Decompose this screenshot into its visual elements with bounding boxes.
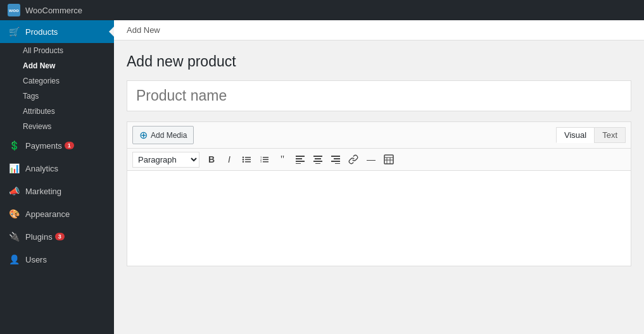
admin-bar-title: WooCommerce (25, 6, 82, 15)
sidebar-products-submenu: All Products Add New Categories Tags Att… (0, 43, 114, 134)
ordered-list-button[interactable]: 123 (256, 151, 273, 168)
editor-format-bar: ParagraphHeading 1Heading 2Heading 3Pref… (127, 149, 631, 171)
marketing-icon: 📣 (8, 185, 20, 197)
sidebar-item-payments[interactable]: 💲 Payments 1 (0, 134, 114, 157)
svg-point-5 (243, 161, 244, 163)
payments-icon: 💲 (8, 139, 20, 152)
tab-text[interactable]: Text (594, 127, 626, 143)
svg-rect-8 (263, 161, 268, 163)
sidebar-label-products: Products (25, 27, 58, 37)
svg-rect-2 (245, 161, 251, 163)
svg-rect-19 (315, 163, 320, 164)
svg-rect-20 (331, 156, 340, 157)
admin-bar: woo WooCommerce (0, 0, 644, 20)
sidebar-label-users: Users (25, 255, 47, 264)
svg-rect-16 (313, 156, 322, 157)
sidebar-label-analytics: Analytics (25, 164, 58, 173)
svg-rect-15 (296, 163, 301, 164)
svg-rect-13 (296, 158, 302, 159)
editor-view-tabs: Visual Text (556, 127, 626, 143)
svg-text:3: 3 (260, 160, 262, 163)
blockquote-button[interactable]: " (274, 151, 291, 168)
sidebar-label-payments: Payments (25, 141, 62, 151)
page-title: Add new product (127, 53, 631, 70)
svg-rect-12 (296, 156, 305, 157)
editor-container: ⊕ Add Media Visual Text ParagraphHead (127, 121, 631, 266)
align-left-button[interactable] (292, 151, 308, 168)
sidebar-sub-categories[interactable]: Categories (23, 73, 114, 89)
sidebar-sub-attributes[interactable]: Attributes (23, 104, 114, 119)
sidebar-label-plugins: Plugins (25, 232, 53, 242)
sidebar-sub-tags[interactable]: Tags (23, 89, 114, 104)
sidebar-sub-all-products[interactable]: All Products (23, 43, 114, 58)
users-icon: 👤 (8, 253, 20, 266)
sidebar: 🛒 Products All Products Add New Categori… (0, 20, 114, 334)
add-media-button[interactable]: ⊕ Add Media (132, 126, 194, 144)
insert-table-button[interactable] (381, 151, 397, 168)
sidebar-label-marketing: Marketing (25, 187, 61, 196)
add-media-label: Add Media (151, 131, 187, 140)
svg-rect-17 (315, 158, 321, 159)
sidebar-item-marketing[interactable]: 📣 Marketing (0, 180, 114, 202)
horizontal-rule-button[interactable]: — (363, 151, 379, 168)
sidebar-item-analytics[interactable]: 📊 Analytics (0, 157, 114, 180)
bold-button[interactable]: B (203, 151, 220, 168)
unordered-list-button[interactable] (239, 151, 255, 168)
svg-rect-6 (263, 157, 268, 158)
editor-body[interactable] (127, 171, 631, 266)
sidebar-label-appearance: Appearance (25, 209, 70, 219)
plugins-icon: 🔌 (8, 230, 20, 243)
payments-badge: 1 (65, 142, 74, 149)
product-name-input[interactable] (127, 80, 631, 111)
add-media-icon: ⊕ (139, 129, 148, 141)
editor-toolbar-top: ⊕ Add Media Visual Text (127, 122, 631, 149)
svg-rect-0 (245, 157, 251, 158)
tab-visual[interactable]: Visual (556, 127, 594, 143)
sidebar-item-users[interactable]: 👤 Users (0, 248, 114, 271)
align-center-button[interactable] (310, 151, 326, 168)
sidebar-sub-reviews[interactable]: Reviews (23, 119, 114, 134)
svg-rect-23 (335, 163, 340, 164)
sidebar-item-products[interactable]: 🛒 Products (0, 20, 114, 43)
italic-button[interactable]: I (221, 151, 237, 168)
main-content: Add New Add new product ⊕ Add Media Visu… (114, 20, 644, 334)
svg-rect-18 (313, 161, 322, 162)
svg-point-3 (243, 157, 244, 159)
plugins-badge: 3 (55, 233, 65, 240)
svg-point-4 (243, 159, 244, 161)
svg-rect-1 (245, 159, 251, 161)
breadcrumb: Add New (114, 20, 644, 40)
svg-rect-22 (331, 161, 340, 162)
appearance-icon: 🎨 (8, 207, 20, 220)
svg-rect-14 (296, 161, 305, 162)
align-right-button[interactable] (327, 151, 344, 168)
paragraph-format-select[interactable]: ParagraphHeading 1Heading 2Heading 3Pref… (132, 152, 199, 168)
sidebar-item-appearance[interactable]: 🎨 Appearance (0, 202, 114, 225)
analytics-icon: 📊 (8, 162, 20, 175)
svg-rect-24 (384, 155, 393, 164)
svg-rect-21 (334, 158, 340, 159)
sidebar-sub-add-new[interactable]: Add New (23, 58, 114, 73)
insert-link-button[interactable] (345, 151, 362, 168)
content-area: Add new product ⊕ Add Media Visual (114, 40, 644, 334)
woo-logo: woo (8, 4, 20, 16)
svg-rect-7 (263, 159, 268, 161)
sidebar-item-plugins[interactable]: 🔌 Plugins 3 (0, 225, 114, 248)
products-icon: 🛒 (8, 25, 20, 38)
